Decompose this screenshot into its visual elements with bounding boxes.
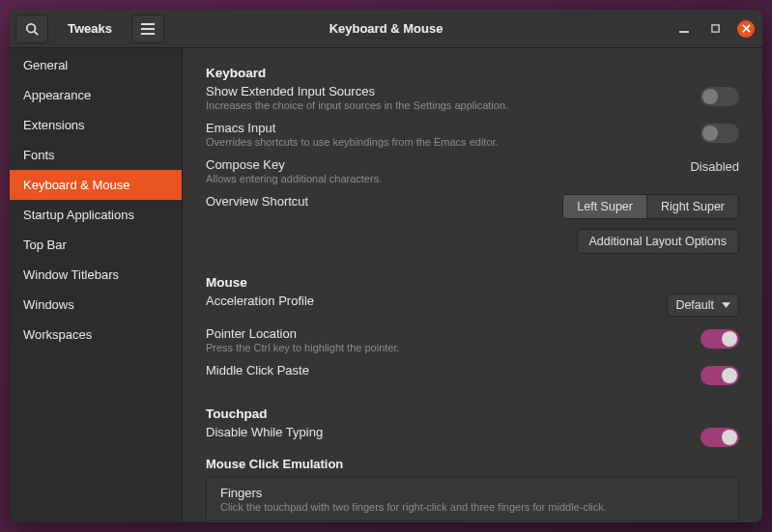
emacs-sub: Overrides shortcuts to use keybindings f…: [206, 136, 701, 148]
close-button[interactable]: [737, 20, 755, 38]
chevron-down-icon: [722, 302, 730, 308]
additional-layout-button[interactable]: Additional Layout Options: [577, 229, 739, 254]
sidebar-item-startup-applications[interactable]: Startup Applications: [10, 200, 182, 230]
left-super-button[interactable]: Left Super: [563, 195, 647, 218]
hamburger-icon: [141, 23, 155, 35]
sidebar-item-window-titlebars[interactable]: Window Titlebars: [10, 260, 182, 290]
sidebar-item-extensions[interactable]: Extensions: [10, 110, 182, 140]
sidebar-item-windows[interactable]: Windows: [10, 290, 182, 320]
sidebar-item-keyboard-mouse[interactable]: Keyboard & Mouse: [10, 170, 182, 200]
touchpad-section-title: Touchpad: [206, 406, 739, 421]
sidebar-item-general[interactable]: General: [10, 50, 182, 80]
compose-label: Compose Key: [206, 157, 690, 172]
overview-label: Overview Shortcut: [206, 194, 562, 209]
search-button[interactable]: [15, 14, 48, 43]
fingers-sub: Click the touchpad with two fingers for …: [220, 501, 725, 513]
mouse-section-title: Mouse: [206, 275, 739, 290]
ext-sources-toggle[interactable]: [701, 87, 739, 106]
app-window: Tweaks Keyboard & Mouse GeneralAppearanc…: [10, 10, 762, 522]
svg-line-1: [35, 31, 39, 35]
sidebar-item-fonts[interactable]: Fonts: [10, 140, 182, 170]
sidebar-item-appearance[interactable]: Appearance: [10, 80, 182, 110]
pointer-loc-label: Pointer Location: [206, 326, 701, 341]
compose-sub: Allows entering additional characters.: [206, 173, 690, 184]
svg-rect-3: [141, 28, 155, 30]
emulation-area[interactable]: Area Click the bottom right of the touch…: [207, 521, 738, 522]
compose-value[interactable]: Disabled: [690, 159, 739, 174]
svg-rect-5: [679, 31, 689, 33]
svg-rect-4: [141, 33, 155, 35]
svg-point-0: [27, 23, 36, 32]
maximize-icon: [711, 24, 720, 33]
minimize-icon: [679, 24, 689, 34]
ext-sources-label: Show Extended Input Sources: [206, 84, 701, 98]
emacs-toggle[interactable]: [701, 124, 739, 143]
pointer-loc-toggle[interactable]: [701, 329, 739, 349]
sidebar-item-top-bar[interactable]: Top Bar: [10, 230, 182, 260]
svg-rect-2: [141, 23, 155, 25]
page-title: Keyboard & Mouse: [329, 21, 443, 36]
emacs-label: Emacs Input: [206, 121, 701, 135]
search-icon: [25, 22, 39, 36]
app-name: Tweaks: [68, 21, 112, 36]
disable-typing-toggle[interactable]: [701, 428, 739, 447]
pointer-loc-sub: Press the Ctrl key to highlight the poin…: [206, 342, 701, 353]
svg-rect-6: [711, 25, 718, 32]
right-super-button[interactable]: Right Super: [647, 195, 738, 218]
titlebar: Tweaks Keyboard & Mouse: [10, 10, 762, 48]
fingers-label: Fingers: [220, 486, 725, 500]
emulation-title: Mouse Click Emulation: [206, 457, 739, 471]
main-panel: Keyboard Show Extended Input Sources Inc…: [183, 48, 762, 522]
sidebar: GeneralAppearanceExtensionsFontsKeyboard…: [10, 48, 183, 522]
emulation-fingers[interactable]: Fingers Click the touchpad with two fing…: [207, 478, 738, 521]
accel-value: Default: [675, 298, 714, 312]
overview-shortcut-group: Left Super Right Super: [562, 194, 739, 219]
minimize-button[interactable]: [675, 20, 693, 38]
middle-paste-toggle[interactable]: [701, 366, 739, 385]
accel-label: Acceleration Profile: [206, 294, 667, 308]
maximize-button[interactable]: [706, 20, 724, 38]
keyboard-section-title: Keyboard: [206, 66, 739, 80]
middle-paste-label: Middle Click Paste: [206, 363, 701, 378]
menu-button[interactable]: [131, 14, 164, 43]
close-icon: [742, 24, 751, 33]
sidebar-item-workspaces[interactable]: Workspaces: [10, 320, 182, 350]
disable-typing-label: Disable While Typing: [206, 425, 701, 439]
ext-sources-sub: Increases the choice of input sources in…: [206, 99, 701, 111]
accel-select[interactable]: Default: [667, 294, 739, 317]
emulation-options: Fingers Click the touchpad with two fing…: [206, 477, 739, 522]
